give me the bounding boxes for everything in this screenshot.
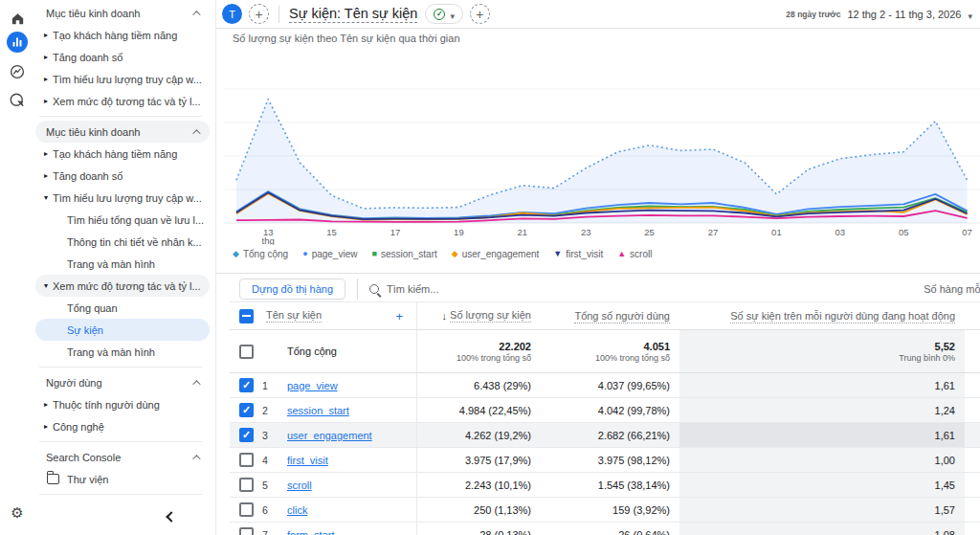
table-row: 1page_view6.438 (29%)4.037 (99,65%)1,61 <box>230 373 980 398</box>
sidebar-item[interactable]: Tạo khách hàng tiềm năng <box>35 24 210 46</box>
sidebar-section-header[interactable]: Search Console <box>35 446 210 468</box>
search-input[interactable] <box>387 283 674 295</box>
chevron-down-icon <box>968 6 972 23</box>
sidebar-subitem-active[interactable]: Sự kiện <box>35 319 210 341</box>
sidebar-subitem[interactable]: Thông tin chi tiết về nhân k... <box>35 231 210 253</box>
sidebar-item-label: Xem mức độ tương tác và tỷ l... <box>53 96 201 107</box>
event-name-link[interactable]: user_engagement <box>287 430 372 441</box>
collapsed-arrow-icon <box>39 171 53 180</box>
build-row-chart-button[interactable]: Dựng đồ thị hàng <box>239 279 345 300</box>
sidebar-item-label: Tìm hiểu lưu lượng truy cập w... <box>53 74 202 85</box>
sidebar-divider <box>39 441 202 442</box>
event-name-cell: click <box>276 504 416 516</box>
metric-value: 1,24 <box>935 405 955 416</box>
explore-icon[interactable] <box>7 90 28 111</box>
admin-gear-icon[interactable] <box>7 502 28 524</box>
select-all-checkbox[interactable] <box>239 309 254 323</box>
home-icon[interactable] <box>7 8 28 29</box>
rows-per-page-label[interactable]: Số hàng mỗi <box>924 283 980 295</box>
table-header-row: Tên sự kiện + Số lượng sự kiện Tổng số n… <box>230 302 980 330</box>
row-checkbox[interactable] <box>239 502 254 517</box>
sidebar-item[interactable]: Tạo khách hàng tiềm năng <box>35 143 210 165</box>
sidebar-item-label: Xem mức độ tương tác và tỷ l... <box>53 280 201 292</box>
event-count-cell: 4.262 (19,2%) <box>416 423 541 447</box>
expand-arrow-icon <box>39 193 53 202</box>
svg-text:05: 05 <box>899 227 909 237</box>
event-name-link[interactable]: session_start <box>287 405 349 416</box>
folder-icon <box>47 474 59 484</box>
event-name-link[interactable]: page_view <box>287 380 338 391</box>
legend-label: first_visit <box>566 249 603 259</box>
sidebar-item[interactable]: Tăng doanh số <box>35 46 210 68</box>
sidebar-section-header[interactable]: Mục tiêu kinh doanh <box>35 2 210 24</box>
row-checkbox[interactable] <box>239 527 254 535</box>
sidebar-item[interactable]: Thuộc tính người dùng <box>35 393 210 415</box>
sidebar-item-label: Tăng doanh số <box>53 52 122 63</box>
svg-text:07: 07 <box>962 227 972 237</box>
sidebar-subitem[interactable]: Tổng quan <box>35 297 210 319</box>
legend-label: user_engagement <box>462 249 540 259</box>
add-dimension-icon[interactable]: + <box>395 309 403 323</box>
event-name-link[interactable]: form_start <box>287 529 335 535</box>
column-header-events-per-user[interactable]: Số sự kiện trên mỗi người dùng đang hoạt… <box>730 310 965 322</box>
advertising-icon[interactable] <box>7 61 28 82</box>
sidebar-subitem[interactable]: Trang và màn hình <box>35 253 210 275</box>
sidebar-subitem-label: Sự kiện <box>67 324 103 336</box>
sidebar-item[interactable]: Công nghệ <box>35 415 210 437</box>
section-divider <box>216 273 980 274</box>
sidebar-subitem[interactable]: Trang và màn hình <box>35 341 210 363</box>
row-checkbox[interactable] <box>239 378 254 392</box>
chevron-up-icon <box>192 455 200 462</box>
sidebar-section-header[interactable]: Người dùng <box>35 371 210 393</box>
sidebar-subitem-label: Trang và màn hình <box>67 346 155 358</box>
sidebar-item-label: Thư viện <box>67 474 108 485</box>
sidebar-subitem-label: Thông tin chi tiết về nhân k... <box>67 236 202 248</box>
events-per-user-cell: 1,45 <box>679 473 965 497</box>
column-header-event-name[interactable]: Tên sự kiện + <box>255 302 416 329</box>
metric-value: 5,52 <box>935 341 955 352</box>
row-checkbox[interactable] <box>239 478 254 492</box>
add-comparison-icon[interactable] <box>249 4 269 24</box>
sidebar-item[interactable]: Tăng doanh số <box>35 165 210 187</box>
sidebar-subitem[interactable]: Tìm hiểu tổng quan về lưu l... <box>35 209 210 231</box>
metric-value: 1,08 <box>935 529 955 535</box>
legend-item: ◆user_engagement <box>452 249 540 259</box>
add-report-icon[interactable] <box>470 4 490 24</box>
sidebar-item[interactable]: Tìm hiểu lưu lượng truy cập w... <box>35 68 210 90</box>
event-name-link[interactable]: scroll <box>287 479 312 491</box>
collapsed-arrow-icon <box>39 97 53 105</box>
collapsed-arrow-icon <box>39 400 53 409</box>
chart-subtitle: Số lượng sự kiện theo Tên sự kiện qua th… <box>233 33 460 44</box>
metric-value: 4.051 <box>643 341 670 352</box>
sidebar-item-label: Tạo khách hàng tiềm năng <box>53 30 177 41</box>
column-header-event-count[interactable]: Số lượng sự kiện <box>416 302 541 329</box>
sidebar-section-label: Search Console <box>46 452 121 463</box>
legend-marker-icon: ▲ <box>617 250 626 258</box>
sidebar-divider <box>39 494 202 495</box>
row-checkbox[interactable] <box>239 403 254 417</box>
reports-icon[interactable] <box>7 32 28 53</box>
legend-marker-icon: ▼ <box>553 250 562 258</box>
row-index: 2 <box>255 405 276 416</box>
row-checkbox[interactable] <box>239 428 254 442</box>
table-row: 7form_start28 (0,13%)26 (0,64%)1,08 <box>230 523 980 535</box>
row-index: 1 <box>255 380 276 391</box>
row-checkbox[interactable] <box>239 453 254 467</box>
report-status-pill[interactable] <box>425 4 463 24</box>
totals-checkbox[interactable] <box>239 345 254 359</box>
sidebar-item[interactable]: Xem mức độ tương tác và tỷ l... <box>35 90 210 112</box>
collapse-sidebar-icon[interactable] <box>164 510 177 524</box>
sidebar-section-header[interactable]: Mục tiêu kinh doanh <box>35 121 210 143</box>
column-header-total-users[interactable]: Tổng số người dùng <box>574 310 679 322</box>
date-range-picker[interactable]: 28 ngày trước 12 thg 2 - 11 thg 3, 2026 <box>786 6 980 23</box>
avatar[interactable]: T <box>222 4 242 24</box>
sidebar-item[interactable]: Xem mức độ tương tác và tỷ l... <box>35 275 210 297</box>
event-name-link[interactable]: click <box>287 504 307 516</box>
expand-arrow-icon <box>39 281 53 290</box>
total-users-cell: 4.042 (99,78%) <box>541 405 679 416</box>
page-title[interactable]: Sự kiện: Tên sự kiện <box>289 6 417 23</box>
event-name-link[interactable]: first_visit <box>287 455 328 466</box>
sidebar-item[interactable]: Thư viện <box>35 468 210 490</box>
legend-label: session_start <box>381 249 437 259</box>
sidebar-item[interactable]: Tìm hiểu lưu lượng truy cập w... <box>35 187 210 209</box>
